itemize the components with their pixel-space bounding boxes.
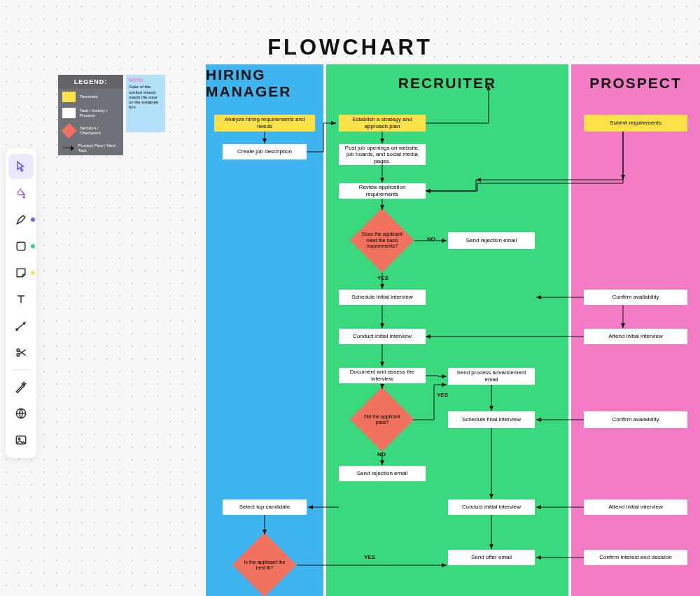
legend-panel[interactable]: LEGEND: Terminals Task / Activity / Proc… (58, 75, 123, 155)
select-tool[interactable] (8, 154, 34, 179)
node-rc-decision-pass[interactable]: Did the applicant pass? (350, 388, 414, 452)
node-hm-jobdesc[interactable]: Create job description (223, 144, 307, 159)
node-hm-decision-bestfit[interactable]: Is the applicant the best fit? (232, 533, 297, 596)
canvas[interactable]: FLOWCHART LEGEND: Terminals Task / Activ… (0, 0, 700, 596)
node-pr-decision[interactable]: Confirm interest and decision (584, 550, 687, 565)
legend-terminals: Terminals (58, 89, 123, 105)
node-pr-submit[interactable]: Submit requirements (584, 115, 687, 132)
text-tool[interactable] (8, 287, 34, 312)
node-pr-confirm1[interactable]: Confirm availability (584, 290, 687, 305)
node-rc-advancement[interactable]: Send process advancement email (448, 368, 535, 385)
swimlanes: HIRING MANAGER Analyze hiring requiremen… (206, 64, 700, 596)
svg-point-3 (17, 354, 20, 357)
node-rc-conduct2[interactable]: Conduct initial interview (448, 499, 535, 515)
legend-title: LEGEND: (58, 75, 123, 89)
legend-decision: Decision / Checkpoint (58, 121, 123, 141)
lane-recruiter[interactable]: RECRUITER Establish a strategy and appro… (326, 64, 568, 596)
note-sticky[interactable]: NOTE: Color of the symbol should match t… (126, 75, 165, 132)
svg-rect-0 (17, 242, 25, 250)
lane-hiring-manager[interactable]: HIRING MANAGER Analyze hiring requiremen… (206, 64, 323, 596)
svg-point-1 (16, 329, 18, 331)
lane-header-rc: RECRUITER (326, 64, 568, 102)
svg-point-6 (18, 438, 20, 440)
node-hm-analyze[interactable]: Analyze hiring requirements and needs (214, 115, 315, 132)
magic-tool[interactable] (8, 374, 34, 399)
label-no-1: NO (427, 236, 435, 242)
node-rc-schedule1[interactable]: Schedule initial interview (339, 290, 426, 305)
node-rc-schedulefinal[interactable]: Schedule final interview (448, 411, 535, 428)
web-tool[interactable] (8, 401, 34, 426)
sticky-color-dot (31, 271, 35, 275)
connector-tool[interactable] (8, 313, 34, 339)
lane-prospect[interactable]: PROSPECT Submit requirements Confirm ava… (571, 64, 700, 596)
pen-tool[interactable] (8, 207, 34, 232)
node-rc-reject1[interactable]: Send rejection email (448, 232, 535, 249)
ai-tool[interactable] (8, 180, 34, 206)
shape-color-dot (31, 244, 35, 248)
node-rc-strategy[interactable]: Establish a strategy and approach plan (339, 115, 426, 132)
lane-header-pr: PROSPECT (571, 64, 700, 102)
label-no-2: NO (377, 451, 386, 457)
shape-tool[interactable] (8, 234, 34, 259)
svg-point-2 (17, 349, 20, 352)
sticky-tool[interactable] (8, 260, 34, 285)
node-hm-selecttop[interactable]: Select top candidate (223, 499, 307, 515)
node-rc-conduct1[interactable]: Conduct initial interview (339, 329, 426, 344)
lane-header-hm: HIRING MANAGER (206, 64, 323, 102)
node-rc-review[interactable]: Review application requirements (339, 183, 426, 199)
pen-color-dot (31, 218, 35, 222)
legend-task: Task / Activity / Process (58, 105, 123, 121)
note-body: Color of the symbol should match the col… (129, 85, 162, 110)
node-rc-reject2[interactable]: Send rejection email (339, 466, 426, 481)
legend-flow: Process Flow / Next Task (58, 141, 123, 155)
toolbar (6, 148, 36, 458)
node-pr-confirm2[interactable]: Confirm availability (584, 411, 687, 428)
node-pr-attend1[interactable]: Attend initial interview (584, 329, 687, 344)
node-pr-attend2[interactable]: Attend initial interview (584, 499, 687, 515)
node-rc-decision-basic[interactable]: Does the applicant meet the basic requir… (350, 208, 414, 273)
image-tool[interactable] (8, 427, 34, 453)
node-rc-postjob[interactable]: Post job openings on website, job boards… (339, 144, 426, 165)
flowchart-title: FLOWCHART (0, 35, 700, 60)
scissors-tool[interactable] (8, 340, 34, 365)
label-yes-3: YES (364, 554, 375, 560)
label-yes-2: YES (437, 392, 448, 398)
node-rc-document[interactable]: Document and assess the interview (339, 368, 426, 383)
toolbar-divider (13, 369, 29, 370)
label-yes-1: YES (377, 275, 388, 281)
node-rc-offer[interactable]: Send offer email (448, 550, 535, 565)
note-title: NOTE: (129, 78, 162, 83)
